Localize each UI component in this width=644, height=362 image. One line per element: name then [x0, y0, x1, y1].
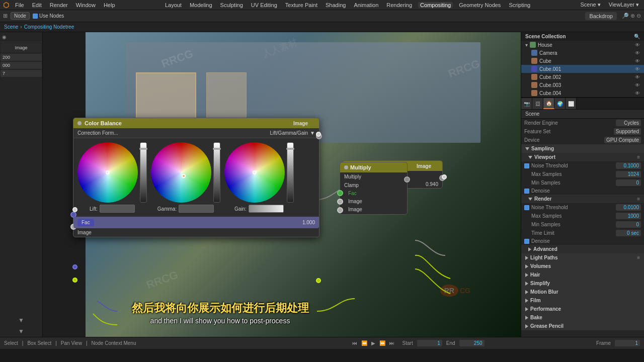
left-dropdown-arrow2[interactable]: ▼ — [0, 326, 42, 337]
film-section[interactable]: Film — [521, 296, 644, 305]
pan-view-tool[interactable]: Pan View — [61, 340, 82, 346]
noise-threshold-viewport-checkbox[interactable] — [524, 163, 529, 168]
scene-dropdown[interactable]: Scene ▾ — [579, 2, 603, 8]
correction-form-row[interactable]: Correction Form... Lift/Gamma/Gain ▼ — [73, 128, 319, 138]
search-icon[interactable]: 🔍 — [634, 34, 640, 39]
multiply-image1-connector[interactable] — [337, 199, 343, 205]
max-samples-render-value[interactable]: 1000 — [616, 213, 641, 219]
dot-fac-input[interactable] — [72, 264, 77, 269]
timeline-end[interactable]: ⏭ — [389, 340, 394, 346]
left-value-000[interactable]: 000 — [1, 62, 42, 69]
lift-slider-thumb[interactable] — [139, 148, 147, 150]
prop-icon-object[interactable]: ⬜ — [566, 98, 577, 109]
gamma-input-wheel[interactable] — [179, 205, 214, 213]
simplify-section[interactable]: Simplify — [521, 279, 644, 288]
correction-dropdown-arrow[interactable]: ▼ — [310, 130, 315, 136]
tree-house[interactable]: ▾ House 👁 — [521, 41, 644, 49]
render-section[interactable]: Render ≡ — [521, 195, 644, 203]
cube003-eye-icon[interactable]: 👁 — [635, 82, 640, 88]
gain-input[interactable] — [249, 205, 284, 213]
left-panel-image[interactable]: Image — [1, 43, 41, 52]
uv-editing-tab-menu[interactable]: UV Editing — [249, 2, 279, 8]
grease-pencil-section[interactable]: Grease Pencil — [521, 322, 644, 330]
noise-threshold-render-checkbox[interactable] — [524, 205, 529, 210]
select-tool[interactable]: Select — [4, 340, 18, 346]
menu-edit[interactable]: Edit — [30, 2, 44, 8]
gamma-vertical-slider[interactable] — [213, 142, 220, 203]
lift-vertical-slider[interactable] — [140, 142, 147, 203]
dot-yellow-1[interactable] — [316, 278, 321, 283]
texture-paint-tab-menu[interactable]: Texture Paint — [283, 2, 319, 8]
tree-camera[interactable]: Camera 👁 — [521, 49, 644, 57]
denoise-render-checkbox[interactable] — [524, 239, 529, 244]
performance-section[interactable]: Performance — [521, 305, 644, 313]
gain-vertical-slider[interactable] — [287, 142, 294, 203]
use-nodes-check[interactable]: Use Nodes — [33, 13, 64, 19]
min-samples-viewport-value[interactable]: 0 — [616, 179, 641, 186]
dot-yellow-cb-img[interactable] — [72, 278, 77, 283]
prop-icon-render[interactable]: 📷 — [521, 98, 532, 109]
left-value-200[interactable]: 200 — [1, 54, 42, 61]
device-value[interactable]: GPU Compute — [604, 137, 641, 143]
timeline-start[interactable]: ⏮ — [352, 340, 357, 346]
animation-tab-menu[interactable]: Animation — [352, 2, 380, 8]
time-limit-value[interactable]: 0 sec — [616, 230, 641, 236]
menu-help[interactable]: Help — [102, 2, 117, 8]
frame-end[interactable]: 250 — [459, 340, 485, 346]
color-balance-node[interactable]: Color Balance Image Correction Form... L… — [73, 118, 319, 237]
viewport-settings-icon[interactable]: ≡ — [637, 154, 640, 160]
breadcrumb-scene[interactable]: Scene — [4, 24, 18, 30]
timeline-next[interactable]: ⏩ — [379, 340, 385, 346]
tree-cube001[interactable]: Cube.001 👁 — [521, 65, 644, 73]
scripting-tab-menu[interactable]: Scripting — [507, 2, 532, 8]
use-nodes-checkbox[interactable] — [33, 14, 38, 19]
lift-input[interactable] — [100, 205, 135, 213]
motion-blur-section[interactable]: Motion Blur — [521, 288, 644, 296]
gamma-slider[interactable] — [213, 142, 220, 203]
multiply-image2-connector[interactable] — [337, 207, 343, 213]
box-select-tool[interactable]: Box Select — [27, 340, 51, 346]
tree-cube002[interactable]: Cube.002 👁 — [521, 73, 644, 81]
left-panel-tool-select[interactable]: ◉ — [0, 32, 42, 42]
gain-slider[interactable] — [287, 142, 294, 203]
sampling-section[interactable]: Sampling — [521, 144, 644, 153]
prop-icon-world[interactable]: 🌍 — [554, 98, 566, 109]
fac-button[interactable]: Fac — [77, 219, 94, 226]
geometry-nodes-tab-menu[interactable]: Geometry Nodes — [457, 2, 503, 8]
gamma-color-wheel[interactable] — [151, 142, 211, 203]
prop-icon-output[interactable]: 🖼 — [532, 98, 543, 109]
tree-cube003[interactable]: Cube.003 👁 — [521, 81, 644, 89]
prop-icon-scene[interactable]: 🏠 — [543, 98, 554, 109]
dot-gamma-output[interactable] — [442, 174, 447, 179]
multiply-node[interactable]: Multiply Multiply Clamp Fac Image Image — [340, 162, 408, 215]
frame-start[interactable]: 1 — [417, 340, 442, 346]
timeline-prev[interactable]: ⏪ — [361, 340, 367, 346]
advanced-section[interactable]: Advanced — [521, 245, 644, 253]
hair-section[interactable]: Hair — [521, 270, 644, 279]
cube001-eye-icon[interactable]: 👁 — [635, 66, 640, 72]
left-value-7[interactable]: 7 — [1, 70, 42, 77]
cube002-eye-icon[interactable]: 👁 — [635, 74, 640, 80]
node-button[interactable]: Node — [11, 12, 30, 20]
correction-dropdown[interactable]: Lift/Gamma/Gain ▼ — [270, 130, 315, 136]
multiply-output-connector[interactable] — [404, 176, 410, 183]
viewport-section[interactable]: Viewport ≡ — [521, 153, 644, 161]
camera-eye-icon[interactable]: 👁 — [635, 50, 640, 56]
breadcrumb-nodetree[interactable]: Compositing Nodetree — [24, 24, 74, 30]
tree-cube004[interactable]: Cube.004 👁 — [521, 89, 644, 97]
rendering-tab-menu[interactable]: Rendering — [384, 2, 414, 8]
backdrop-label[interactable]: Backdrop — [585, 12, 616, 20]
compositing-tab-menu[interactable]: Compositing — [418, 2, 453, 8]
menu-file[interactable]: File — [13, 2, 26, 8]
denoise-checkbox[interactable] — [524, 189, 529, 194]
current-frame[interactable]: 1 — [615, 340, 640, 346]
timeline-play[interactable]: ▶ — [371, 340, 375, 346]
tree-cube[interactable]: Cube 👁 — [521, 57, 644, 65]
dot-cb-output[interactable] — [316, 132, 321, 137]
lift-slider[interactable] — [140, 142, 147, 203]
modeling-tab-menu[interactable]: Modeling — [188, 2, 214, 8]
node-context-menu-tool[interactable]: Node Context Menu — [92, 340, 136, 346]
render-engine-value[interactable]: Cycles — [616, 120, 641, 126]
dot-yellow-cb-input[interactable] — [72, 207, 77, 212]
lift-color-wheel[interactable] — [77, 142, 138, 203]
